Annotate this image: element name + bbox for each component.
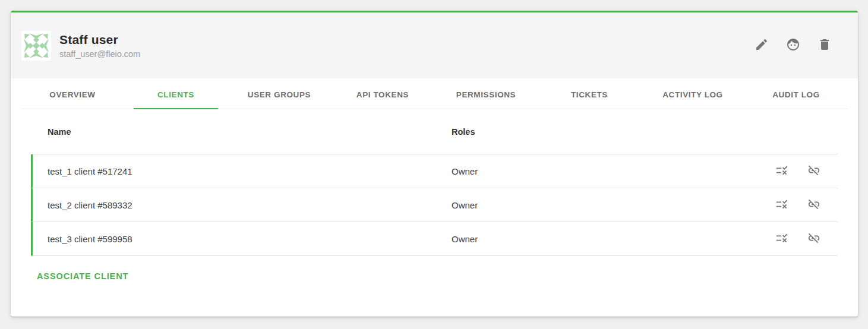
- clients-table: Name Roles test_1 client #517241 Owner t…: [31, 109, 838, 256]
- clients-table-header: Name Roles: [31, 109, 838, 154]
- edit-roles-button[interactable]: [775, 164, 789, 178]
- client-name-cell: test_3 client #599958: [48, 234, 452, 244]
- pencil-icon: [755, 37, 769, 53]
- trash-icon: [818, 37, 832, 53]
- table-row: test_1 client #517241 Owner: [31, 154, 838, 188]
- tab-user-groups[interactable]: USER GROUPS: [228, 78, 331, 109]
- client-roles-cell: Owner: [452, 234, 775, 244]
- client-name-cell: test_1 client #517241: [48, 166, 452, 176]
- edit-roles-rule-icon: [775, 198, 788, 213]
- staff-user-card: Staff user staff_user@fleio.com OVERVIEW…: [11, 11, 858, 317]
- identicon-avatar: [21, 31, 51, 61]
- sign-in-as-user-button[interactable]: [781, 34, 805, 58]
- tab-overview[interactable]: OVERVIEW: [21, 78, 124, 109]
- unlink-icon: [807, 232, 820, 246]
- tab-activity-log[interactable]: ACTIVITY LOG: [641, 78, 744, 109]
- unassociate-client-button[interactable]: [807, 164, 821, 178]
- user-name: Staff user: [59, 33, 140, 47]
- tab-permissions[interactable]: PERMISSIONS: [434, 78, 538, 109]
- delete-user-button[interactable]: [813, 34, 837, 58]
- edit-roles-rule-icon: [775, 164, 788, 179]
- unlink-icon: [807, 164, 820, 179]
- edit-roles-button[interactable]: [775, 232, 789, 246]
- tab-api-tokens[interactable]: API TOKENS: [331, 78, 434, 109]
- edit-user-button[interactable]: [750, 34, 774, 58]
- column-header-roles: Roles: [452, 127, 838, 137]
- tab-tickets[interactable]: TICKETS: [538, 78, 641, 109]
- unassociate-client-button[interactable]: [807, 232, 821, 246]
- row-actions: [775, 232, 838, 246]
- row-actions: [775, 198, 838, 212]
- table-row: test_2 client #589332 Owner: [31, 188, 838, 222]
- row-actions: [775, 164, 838, 178]
- edit-roles-button[interactable]: [775, 198, 789, 212]
- edit-roles-rule-icon: [775, 232, 788, 246]
- user-email: staff_user@fleio.com: [59, 49, 140, 59]
- client-roles-cell: Owner: [452, 166, 775, 176]
- user-header: Staff user staff_user@fleio.com: [11, 12, 858, 78]
- client-roles-cell: Owner: [452, 200, 775, 210]
- table-row: test_3 client #599958 Owner: [31, 222, 838, 256]
- header-actions: [750, 34, 837, 58]
- tab-bar: OVERVIEW CLIENTS USER GROUPS API TOKENS …: [21, 78, 848, 109]
- unlink-icon: [807, 198, 820, 213]
- column-header-name: Name: [48, 127, 452, 137]
- unassociate-client-button[interactable]: [807, 198, 821, 212]
- user-info: Staff user staff_user@fleio.com: [59, 33, 140, 59]
- tab-audit-log[interactable]: AUDIT LOG: [744, 78, 848, 109]
- associate-client-button[interactable]: ASSOCIATE CLIENT: [37, 271, 128, 281]
- tab-clients[interactable]: CLIENTS: [124, 78, 228, 109]
- client-name-cell: test_2 client #589332: [48, 200, 452, 210]
- face-icon: [786, 37, 800, 53]
